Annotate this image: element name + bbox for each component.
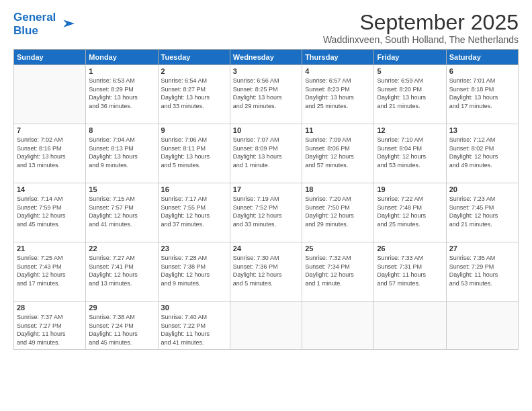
day-info: Sunrise: 6:56 AM Sunset: 8:25 PM Dayligh…	[233, 77, 299, 110]
logo-general: General	[13, 11, 56, 24]
header-row: Sunday Monday Tuesday Wednesday Thursday…	[14, 50, 519, 65]
calendar-cell: 6Sunrise: 7:01 AM Sunset: 8:18 PM Daylig…	[446, 65, 518, 124]
day-info: Sunrise: 7:19 AM Sunset: 7:52 PM Dayligh…	[233, 195, 299, 228]
day-number: 7	[17, 126, 83, 134]
calendar-cell: 10Sunrise: 7:07 AM Sunset: 8:09 PM Dayli…	[230, 124, 302, 183]
day-number: 29	[89, 304, 154, 312]
day-info: Sunrise: 7:15 AM Sunset: 7:57 PM Dayligh…	[89, 195, 154, 228]
day-number: 10	[233, 126, 299, 134]
day-number: 30	[161, 304, 227, 312]
week-row-1: 7Sunrise: 7:02 AM Sunset: 8:16 PM Daylig…	[14, 124, 519, 183]
day-info: Sunrise: 7:07 AM Sunset: 8:09 PM Dayligh…	[233, 136, 299, 169]
day-info: Sunrise: 7:38 AM Sunset: 7:24 PM Dayligh…	[89, 313, 154, 347]
day-info: Sunrise: 6:54 AM Sunset: 8:27 PM Dayligh…	[161, 77, 227, 110]
calendar-cell: 7Sunrise: 7:02 AM Sunset: 8:16 PM Daylig…	[14, 124, 86, 183]
day-number: 3	[233, 67, 299, 75]
day-number: 17	[233, 185, 299, 193]
day-number: 23	[161, 244, 227, 253]
calendar-cell: 30Sunrise: 7:40 AM Sunset: 7:22 PM Dayli…	[158, 302, 230, 350]
week-row-0: 1Sunrise: 6:53 AM Sunset: 8:29 PM Daylig…	[14, 65, 519, 124]
calendar-cell: 2Sunrise: 6:54 AM Sunset: 8:27 PM Daylig…	[158, 65, 230, 124]
day-info: Sunrise: 7:25 AM Sunset: 7:43 PM Dayligh…	[17, 254, 83, 287]
day-info: Sunrise: 7:33 AM Sunset: 7:31 PM Dayligh…	[377, 254, 443, 287]
calendar-cell: 29Sunrise: 7:38 AM Sunset: 7:24 PM Dayli…	[86, 302, 158, 350]
day-number: 16	[161, 185, 227, 193]
day-info: Sunrise: 7:10 AM Sunset: 8:04 PM Dayligh…	[377, 136, 443, 169]
day-info: Sunrise: 7:40 AM Sunset: 7:22 PM Dayligh…	[161, 313, 227, 347]
day-info: Sunrise: 7:30 AM Sunset: 7:36 PM Dayligh…	[233, 254, 299, 287]
calendar-cell: 21Sunrise: 7:25 AM Sunset: 7:43 PM Dayli…	[14, 242, 86, 302]
svg-marker-0	[64, 19, 75, 27]
day-number: 26	[377, 244, 443, 253]
day-number: 6	[449, 67, 515, 75]
day-info: Sunrise: 6:53 AM Sunset: 8:29 PM Dayligh…	[89, 77, 154, 110]
calendar-cell: 14Sunrise: 7:14 AM Sunset: 7:59 PM Dayli…	[14, 183, 86, 242]
calendar-cell: 28Sunrise: 7:37 AM Sunset: 7:27 PM Dayli…	[14, 302, 86, 350]
day-number: 2	[161, 67, 227, 75]
day-info: Sunrise: 7:23 AM Sunset: 7:45 PM Dayligh…	[449, 195, 515, 228]
calendar-cell: 23Sunrise: 7:28 AM Sunset: 7:38 PM Dayli…	[158, 242, 230, 302]
day-number: 9	[161, 126, 227, 134]
calendar-cell	[230, 302, 302, 350]
calendar-cell: 20Sunrise: 7:23 AM Sunset: 7:45 PM Dayli…	[446, 183, 518, 242]
day-info: Sunrise: 7:22 AM Sunset: 7:48 PM Dayligh…	[377, 195, 443, 228]
calendar-cell	[374, 302, 446, 350]
day-info: Sunrise: 7:06 AM Sunset: 8:11 PM Dayligh…	[161, 136, 227, 169]
day-info: Sunrise: 7:14 AM Sunset: 7:59 PM Dayligh…	[17, 195, 83, 228]
day-info: Sunrise: 7:09 AM Sunset: 8:06 PM Dayligh…	[305, 136, 371, 169]
day-info: Sunrise: 7:35 AM Sunset: 7:29 PM Dayligh…	[449, 254, 515, 287]
calendar-cell: 16Sunrise: 7:17 AM Sunset: 7:55 PM Dayli…	[158, 183, 230, 242]
day-number: 15	[89, 185, 154, 193]
day-number: 8	[89, 126, 154, 134]
day-number: 14	[17, 185, 83, 193]
day-info: Sunrise: 7:28 AM Sunset: 7:38 PM Dayligh…	[161, 254, 227, 287]
day-info: Sunrise: 7:37 AM Sunset: 7:27 PM Dayligh…	[17, 313, 83, 347]
calendar-cell: 15Sunrise: 7:15 AM Sunset: 7:57 PM Dayli…	[86, 183, 158, 242]
calendar-cell: 24Sunrise: 7:30 AM Sunset: 7:36 PM Dayli…	[230, 242, 302, 302]
week-row-4: 28Sunrise: 7:37 AM Sunset: 7:27 PM Dayli…	[14, 302, 519, 350]
calendar-cell	[14, 65, 86, 124]
day-info: Sunrise: 7:20 AM Sunset: 7:50 PM Dayligh…	[305, 195, 371, 228]
calendar-cell: 9Sunrise: 7:06 AM Sunset: 8:11 PM Daylig…	[158, 124, 230, 183]
day-info: Sunrise: 7:12 AM Sunset: 8:02 PM Dayligh…	[449, 136, 515, 169]
calendar-cell: 4Sunrise: 6:57 AM Sunset: 8:23 PM Daylig…	[302, 65, 374, 124]
day-info: Sunrise: 7:27 AM Sunset: 7:41 PM Dayligh…	[89, 254, 154, 287]
calendar-cell: 3Sunrise: 6:56 AM Sunset: 8:25 PM Daylig…	[230, 65, 302, 124]
day-number: 12	[377, 126, 443, 134]
calendar-cell: 25Sunrise: 7:32 AM Sunset: 7:34 PM Dayli…	[302, 242, 374, 302]
day-number: 4	[305, 67, 371, 75]
day-number: 21	[17, 244, 83, 253]
location: Waddinxveen, South Holland, The Netherla…	[323, 34, 519, 45]
day-info: Sunrise: 7:01 AM Sunset: 8:18 PM Dayligh…	[449, 77, 515, 110]
col-thursday: Thursday	[302, 50, 374, 65]
calendar-cell: 17Sunrise: 7:19 AM Sunset: 7:52 PM Dayli…	[230, 183, 302, 242]
day-info: Sunrise: 6:59 AM Sunset: 8:20 PM Dayligh…	[377, 77, 443, 110]
day-info: Sunrise: 7:32 AM Sunset: 7:34 PM Dayligh…	[305, 254, 371, 287]
col-saturday: Saturday	[446, 50, 518, 65]
day-number: 5	[377, 67, 443, 75]
logo: General Blue	[13, 11, 76, 37]
day-info: Sunrise: 6:57 AM Sunset: 8:23 PM Dayligh…	[305, 77, 371, 110]
calendar-cell: 19Sunrise: 7:22 AM Sunset: 7:48 PM Dayli…	[374, 183, 446, 242]
calendar-cell: 12Sunrise: 7:10 AM Sunset: 8:04 PM Dayli…	[374, 124, 446, 183]
day-info: Sunrise: 7:02 AM Sunset: 8:16 PM Dayligh…	[17, 136, 83, 169]
col-wednesday: Wednesday	[230, 50, 302, 65]
day-number: 13	[449, 126, 515, 134]
day-info: Sunrise: 7:17 AM Sunset: 7:55 PM Dayligh…	[161, 195, 227, 228]
day-number: 25	[305, 244, 371, 253]
col-monday: Monday	[86, 50, 158, 65]
page: General Blue September 2025 Waddinxveen,…	[0, 0, 532, 357]
title-block: September 2025 Waddinxveen, South Hollan…	[323, 11, 519, 45]
col-tuesday: Tuesday	[158, 50, 230, 65]
day-number: 28	[17, 304, 83, 312]
calendar-cell: 11Sunrise: 7:09 AM Sunset: 8:06 PM Dayli…	[302, 124, 374, 183]
calendar-cell: 8Sunrise: 7:04 AM Sunset: 8:13 PM Daylig…	[86, 124, 158, 183]
calendar-cell: 18Sunrise: 7:20 AM Sunset: 7:50 PM Dayli…	[302, 183, 374, 242]
header: General Blue September 2025 Waddinxveen,…	[13, 11, 519, 45]
day-number: 20	[449, 185, 515, 193]
calendar-cell: 26Sunrise: 7:33 AM Sunset: 7:31 PM Dayli…	[374, 242, 446, 302]
day-number: 24	[233, 244, 299, 253]
week-row-2: 14Sunrise: 7:14 AM Sunset: 7:59 PM Dayli…	[14, 183, 519, 242]
calendar-cell: 5Sunrise: 6:59 AM Sunset: 8:20 PM Daylig…	[374, 65, 446, 124]
day-number: 22	[89, 244, 154, 253]
